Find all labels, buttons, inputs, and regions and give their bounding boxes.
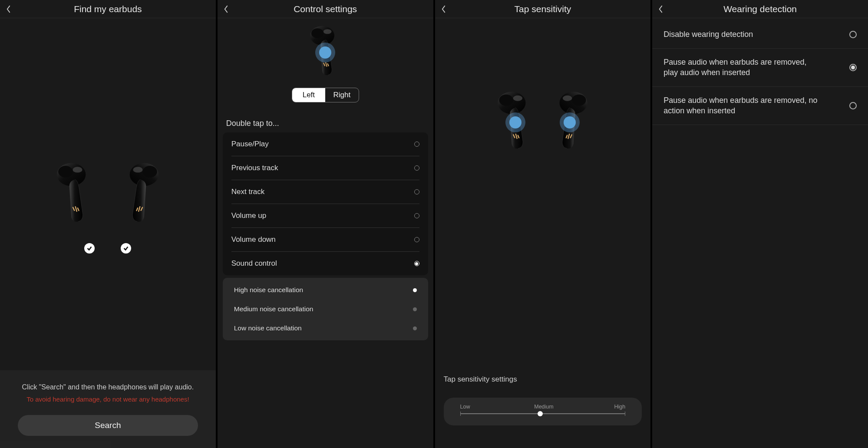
earbuds-illustration [435, 90, 651, 157]
radio-icon [414, 261, 419, 266]
sensitivity-slider[interactable] [460, 413, 626, 414]
sub-option-label: Medium noise cancellation [234, 305, 314, 313]
sub-option-label: Low noise cancellation [234, 324, 302, 332]
double-tap-option[interactable]: Volume up [231, 204, 419, 228]
sensitivity-slider-card: Low Medium High [444, 398, 642, 425]
slider-label-high: High [614, 404, 626, 410]
double-tap-option[interactable]: Sound control [231, 252, 419, 275]
option-label: Pause/Play [231, 140, 269, 148]
wearing-detection-option[interactable]: Disable wearing detection [652, 21, 868, 49]
option-label: Sound control [231, 259, 277, 268]
radio-icon [849, 102, 857, 109]
sound-control-sub-list: High noise cancellationMedium noise canc… [223, 278, 428, 340]
radio-icon [414, 213, 419, 218]
radio-icon [414, 189, 419, 194]
search-instruction-text: Click "Search" and then the headphones w… [8, 382, 208, 392]
search-button[interactable]: Search [18, 415, 198, 436]
page-title: Tap sensitivity [441, 4, 645, 14]
double-tap-option[interactable]: Next track [231, 180, 419, 204]
dot-icon [413, 288, 417, 292]
slider-thumb[interactable] [538, 411, 543, 416]
dot-icon [413, 326, 417, 330]
option-label: Volume down [231, 235, 276, 244]
touch-point-icon [315, 43, 335, 63]
page-title: Wearing detection [658, 4, 862, 14]
dot-icon [413, 307, 417, 311]
left-bud-check-icon [84, 243, 95, 254]
radio-icon [849, 64, 857, 71]
radio-icon [849, 31, 857, 38]
radio-icon [414, 142, 419, 147]
sensitivity-label: Tap sensitivity settings [444, 375, 642, 384]
double-tap-option-list: Pause/PlayPrevious trackNext trackVolume… [223, 132, 428, 275]
section-heading-double-tap: Double tap to... [218, 110, 433, 132]
panel-find-earbuds: Find my earbuds Click "Search" and then … [0, 0, 216, 448]
hearing-warning-text: To avoid hearing damage, do not wear any… [8, 395, 208, 403]
double-tap-option[interactable]: Pause/Play [231, 132, 419, 156]
wearing-detection-list: Disable wearing detectionPause audio whe… [652, 18, 868, 125]
option-label: Next track [231, 188, 265, 196]
earbuds-illustration [0, 18, 216, 370]
sound-control-sub-option[interactable]: Low noise cancellation [231, 319, 419, 338]
panel-tap-sensitivity: Tap sensitivity Tap sensitivity settings… [435, 0, 651, 448]
option-label: Volume up [231, 211, 266, 220]
seg-left[interactable]: Left [292, 88, 326, 102]
panel-control-settings: Control settings Left Right Double tap t… [218, 0, 433, 448]
sound-control-sub-option[interactable]: High noise cancellation [231, 280, 419, 300]
seg-right[interactable]: Right [325, 88, 359, 102]
double-tap-option[interactable]: Volume down [231, 228, 419, 252]
sound-control-sub-option[interactable]: Medium noise cancellation [231, 300, 419, 319]
option-label: Pause audio when earbuds are removed, no… [663, 96, 822, 116]
radio-icon [414, 237, 419, 242]
slider-label-medium: Medium [534, 404, 553, 410]
slider-label-low: Low [460, 404, 470, 410]
option-label: Disable wearing detection [663, 30, 753, 40]
panel-wearing-detection: Wearing detection Disable wearing detect… [652, 0, 868, 448]
earbud-illustration [218, 24, 433, 82]
page-title: Find my earbuds [6, 4, 210, 14]
option-label: Previous track [231, 164, 278, 172]
wearing-detection-option[interactable]: Pause audio when earbuds are removed, no… [652, 87, 868, 125]
wearing-detection-option[interactable]: Pause audio when earbuds are removed, pl… [652, 49, 868, 87]
left-right-segmented-control: Left Right [292, 88, 359, 102]
option-label: Pause audio when earbuds are removed, pl… [663, 57, 822, 78]
sub-option-label: High noise cancellation [234, 286, 303, 294]
double-tap-option[interactable]: Previous track [231, 156, 419, 180]
radio-icon [414, 165, 419, 171]
page-title: Control settings [224, 4, 427, 14]
right-bud-check-icon [121, 243, 131, 254]
